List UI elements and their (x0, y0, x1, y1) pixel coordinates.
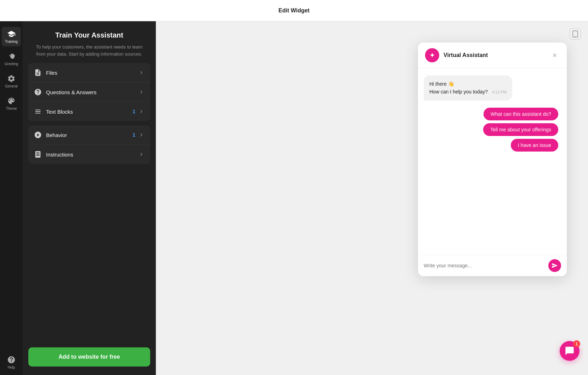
book-icon (34, 150, 42, 158)
chevron-right-icon-5 (138, 151, 145, 158)
top-bar: Edit Widget (0, 0, 588, 21)
sidebar-item-general-label: General (5, 84, 18, 88)
sidebar-item-training[interactable]: Training (2, 27, 21, 46)
bot-message: Hi there 👋 How can I help you today? 4:1… (424, 75, 561, 101)
menu-item-text-blocks[interactable]: Text Blocks 1 (28, 102, 150, 121)
files-label: Files (46, 70, 138, 76)
chat-send-button[interactable] (548, 259, 561, 272)
chat-close-button[interactable] (550, 50, 560, 60)
chevron-right-icon (138, 69, 145, 76)
text-block-icon (34, 108, 42, 115)
main-layout: Training Greeting General Theme (0, 21, 588, 375)
notification-badge: 1 (573, 340, 580, 347)
quick-replies: What can this assistant do? Tell me abou… (424, 108, 561, 152)
text-blocks-label: Text Blocks (46, 109, 132, 115)
behavior-label: Behavior (46, 132, 132, 138)
training-title: Train Your Assistant (31, 31, 147, 39)
bot-bubble: Hi there 👋 How can I help you today? 4:1… (424, 75, 512, 101)
chat-widget: ✦ Virtual Assistant Hi there 👋 How can I… (418, 42, 567, 276)
add-button-container: Add to website for free (23, 342, 156, 375)
behavior-badge: 1 (132, 132, 135, 138)
menu-item-behavior[interactable]: Behavior 1 (28, 125, 150, 145)
mobile-preview-button[interactable] (570, 28, 581, 40)
instructions-label: Instructions (46, 152, 138, 158)
gear-icon (7, 74, 16, 83)
chat-message-input[interactable] (424, 263, 545, 268)
behavior-icon (34, 131, 42, 139)
chat-input-area (418, 255, 567, 276)
svg-point-1 (575, 36, 576, 37)
chat-widget-title: Virtual Assistant (443, 52, 550, 58)
chat-bubble-icon (565, 346, 575, 356)
chevron-right-icon-3 (138, 108, 145, 115)
sidebar-item-greeting-label: Greeting (5, 62, 18, 66)
menu-item-instructions[interactable]: Instructions (28, 145, 150, 164)
sidebar-item-theme-label: Theme (6, 107, 17, 110)
chat-avatar: ✦ (425, 48, 439, 62)
palette-icon (7, 97, 16, 105)
menu-group-behavior: Behavior 1 Instructions (28, 125, 150, 164)
quick-reply-0[interactable]: What can this assistant do? (484, 108, 558, 120)
add-to-website-button[interactable]: Add to website for free (28, 347, 150, 367)
quick-reply-1[interactable]: Tell me about your offerings (483, 123, 558, 136)
bot-message-line1: Hi there 👋 (429, 80, 507, 88)
question-circle-icon (7, 356, 16, 364)
page-title: Edit Widget (278, 7, 310, 14)
floating-chat-button[interactable]: 1 (560, 341, 579, 361)
training-panel: Train Your Assistant To help your custom… (23, 21, 156, 375)
sidebar-item-theme[interactable]: Theme (2, 94, 21, 113)
file-icon (34, 69, 42, 76)
menu-group-sources: Files Questions & Answers (28, 63, 150, 121)
sparkle-icon: ✦ (429, 51, 435, 59)
hand-wave-icon (7, 52, 16, 61)
sidebar-item-training-label: Training (5, 40, 18, 44)
message-time: 4:12 PM (492, 89, 507, 95)
qna-icon (34, 88, 42, 96)
text-blocks-badge: 1 (132, 109, 135, 114)
chat-messages: Hi there 👋 How can I help you today? 4:1… (418, 68, 567, 255)
close-icon (552, 52, 558, 58)
content-area: ✦ Virtual Assistant Hi there 👋 How can I… (156, 21, 588, 375)
sidebar-item-help-label: Help (8, 365, 15, 369)
quick-reply-2[interactable]: I have an issue (511, 139, 558, 152)
training-description: To help your customers, the assistant ne… (31, 44, 147, 57)
menu-item-files[interactable]: Files (28, 63, 150, 83)
chevron-right-icon-2 (138, 89, 145, 95)
sidebar-item-general[interactable]: General (2, 72, 21, 91)
send-icon (552, 262, 558, 269)
chat-header: ✦ Virtual Assistant (418, 42, 567, 68)
chevron-right-icon-4 (138, 132, 145, 138)
menu-item-qna[interactable]: Questions & Answers (28, 83, 150, 102)
bot-message-line2: How can I help you today? 4:12 PM (429, 88, 507, 96)
sidebar-item-greeting[interactable]: Greeting (2, 49, 21, 69)
mobile-icon (572, 30, 578, 38)
sidebar-icons: Training Greeting General Theme (0, 21, 23, 375)
qna-label: Questions & Answers (46, 89, 138, 95)
training-header: Train Your Assistant To help your custom… (23, 21, 156, 63)
sidebar-item-help[interactable]: Help (2, 353, 21, 375)
graduation-cap-icon (7, 30, 16, 38)
